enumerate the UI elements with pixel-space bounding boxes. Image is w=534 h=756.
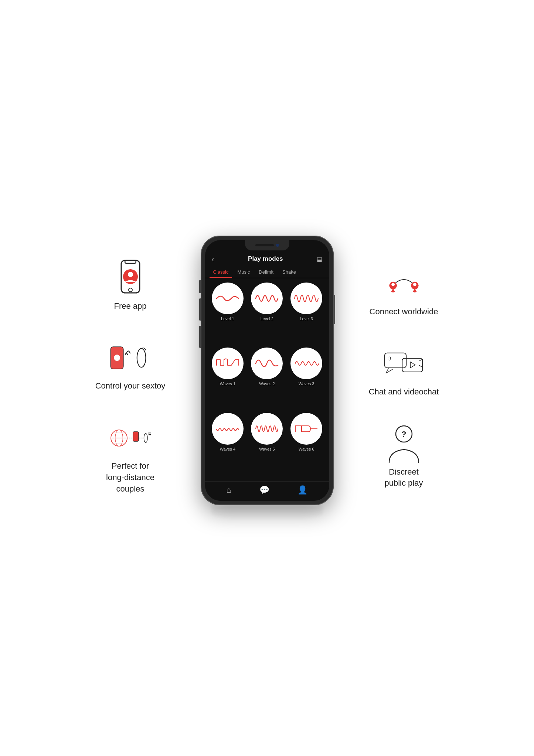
tab-music[interactable]: Music <box>234 267 254 278</box>
mode-label-waves6: Waves 6 <box>299 447 314 451</box>
svg-marker-26 <box>411 362 415 368</box>
page-container: Free app <box>0 0 534 756</box>
mode-level3[interactable]: Level 3 <box>288 283 326 346</box>
camera-dot <box>276 244 279 247</box>
control-label: Control your sextoy <box>95 380 166 392</box>
phone-wrapper: ‹ Play modes ⬓ Classic Music Delimit Sha… <box>201 236 334 521</box>
svg-rect-23 <box>385 353 407 367</box>
mode-circle-waves6 <box>290 413 322 445</box>
mode-level2[interactable]: Level 2 <box>248 283 286 346</box>
mode-waves3[interactable]: Waves 3 <box>288 348 326 411</box>
svg-point-20 <box>391 283 395 286</box>
bluetooth-icon: ⬓ <box>317 256 322 263</box>
tab-classic[interactable]: Classic <box>210 267 232 278</box>
free-app-label: Free app <box>114 301 146 312</box>
main-layout: Free app <box>0 213 534 543</box>
mode-label-waves1: Waves 1 <box>220 382 235 386</box>
mode-circle-waves4 <box>212 413 244 445</box>
svg-rect-1 <box>125 260 136 263</box>
left-column: Free app <box>75 261 186 495</box>
bottom-nav: ⌂ 💬 👤 <box>205 481 329 501</box>
right-column: Connect worldwide ;) <box>348 267 459 489</box>
nav-chat-icon[interactable]: 💬 <box>259 485 269 495</box>
phone-notch <box>245 240 289 250</box>
discreet-icon: ? <box>384 427 424 461</box>
mode-waves4[interactable]: Waves 4 <box>209 413 247 477</box>
mode-level1[interactable]: Level 1 <box>209 283 247 346</box>
svg-point-9 <box>137 349 146 367</box>
feature-chat: ;) Chat and videochat <box>369 347 439 398</box>
svg-point-3 <box>128 272 133 277</box>
control-icon <box>110 341 151 374</box>
nav-home-icon[interactable]: ⌂ <box>227 485 231 495</box>
feature-connect: Connect worldwide <box>370 267 438 318</box>
mode-circle-level2 <box>251 283 283 314</box>
svg-rect-15 <box>133 432 138 441</box>
discreet-label: Discreet public play <box>385 466 423 489</box>
tabs-row: Classic Music Delimit Shake <box>205 266 329 278</box>
mode-waves5[interactable]: Waves 5 <box>248 413 286 477</box>
mode-label-waves2: Waves 2 <box>259 382 275 386</box>
chat-icon: ;) <box>383 347 424 380</box>
mode-circle-waves3 <box>290 348 322 379</box>
screen-header: ‹ Play modes ⬓ <box>205 252 329 266</box>
mode-label-level1: Level 1 <box>221 317 234 321</box>
nav-profile-icon[interactable]: 👤 <box>297 485 307 495</box>
chat-label: Chat and videochat <box>369 386 439 398</box>
mode-circle-waves1 <box>212 348 244 379</box>
feature-distance: ⬓ Perfect for long-distance couples <box>106 421 154 495</box>
svg-point-4 <box>129 288 132 292</box>
tab-delimit[interactable]: Delimit <box>255 267 277 278</box>
mode-label-level3: Level 3 <box>300 317 313 321</box>
mode-circle-level1 <box>212 283 244 314</box>
mode-label-waves3: Waves 3 <box>299 382 314 386</box>
mode-circle-waves5 <box>251 413 283 445</box>
tab-shake[interactable]: Shake <box>279 267 300 278</box>
speaker <box>255 244 274 246</box>
feature-control: Control your sextoy <box>95 341 166 392</box>
phone-screen-area: ‹ Play modes ⬓ Classic Music Delimit Sha… <box>205 240 329 501</box>
svg-point-8 <box>116 355 118 357</box>
mode-label-waves4: Waves 4 <box>220 447 235 451</box>
mode-waves1[interactable]: Waves 1 <box>209 348 247 411</box>
feature-free-app: Free app <box>110 261 151 312</box>
mode-waves6[interactable]: Waves 6 <box>288 413 326 477</box>
svg-text:;): ;) <box>388 355 391 360</box>
distance-label: Perfect for long-distance couples <box>106 461 154 495</box>
svg-point-22 <box>413 283 416 286</box>
mode-label-level2: Level 2 <box>261 317 273 321</box>
back-button[interactable]: ‹ <box>212 255 214 263</box>
svg-point-17 <box>144 434 147 443</box>
phone-reflection <box>212 506 323 521</box>
mode-circle-level3 <box>290 283 322 314</box>
distance-icon: ⬓ <box>110 421 151 455</box>
modes-grid: Level 1 Level 2 <box>205 278 329 481</box>
connect-label: Connect worldwide <box>370 306 438 318</box>
phone-app-icon <box>110 261 151 295</box>
screen-title: Play modes <box>248 255 283 263</box>
phone-device: ‹ Play modes ⬓ Classic Music Delimit Sha… <box>201 236 334 505</box>
svg-text:⬓: ⬓ <box>148 431 151 435</box>
connect-icon <box>384 267 424 300</box>
mode-circle-waves2 <box>251 348 283 379</box>
mode-waves2[interactable]: Waves 2 <box>248 348 286 411</box>
feature-discreet: ? Discreet public play <box>384 427 424 489</box>
svg-text:?: ? <box>401 430 406 439</box>
mode-label-waves5: Waves 5 <box>259 447 275 451</box>
phone-screen: ‹ Play modes ⬓ Classic Music Delimit Sha… <box>205 240 329 501</box>
